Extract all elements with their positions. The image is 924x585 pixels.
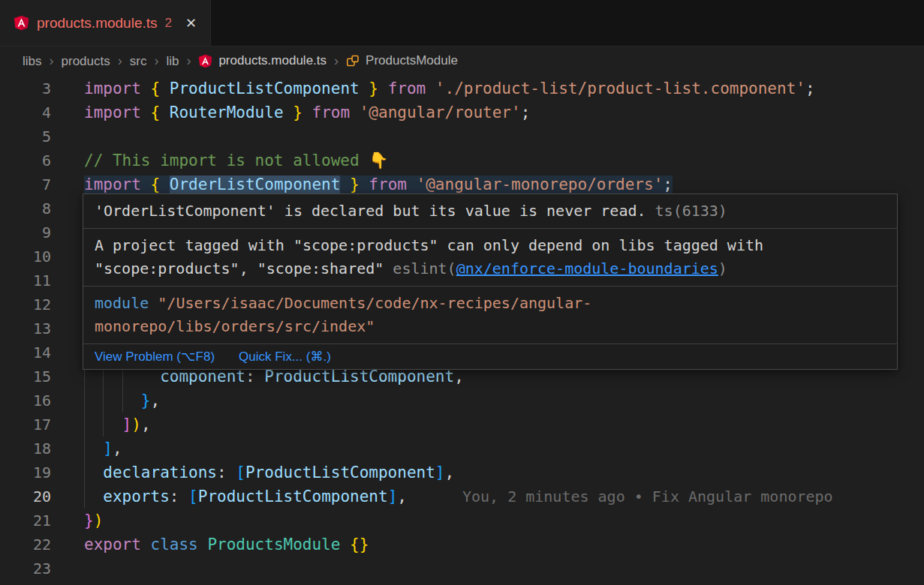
breadcrumb-item-src[interactable]: src xyxy=(130,54,147,68)
line-number: 15 xyxy=(0,364,51,388)
hover-section-2: A project tagged with "scope:products" c… xyxy=(83,228,897,286)
code-line-20[interactable]: 20 exports: [ProductListComponent],You, … xyxy=(0,484,924,508)
code-token: } xyxy=(340,176,359,194)
breadcrumb-file[interactable]: products.module.ts xyxy=(198,53,327,68)
code-token: : xyxy=(217,464,236,482)
code-token: , xyxy=(113,440,122,458)
indent-guide xyxy=(103,388,104,412)
code-line-content[interactable]: declarations: [ProductListComponent], xyxy=(84,460,924,484)
code-token: , xyxy=(151,392,161,410)
code-token: exports xyxy=(103,488,170,506)
inline-blame: You, 2 minutes ago • Fix Angular monorep… xyxy=(462,488,833,506)
code-line-content[interactable]: exports: [ProductListComponent],You, 2 m… xyxy=(84,484,924,508)
line-number: 22 xyxy=(0,532,51,556)
indent-guide xyxy=(103,412,104,436)
code-token: class xyxy=(151,536,208,554)
code-token: ] xyxy=(435,464,445,482)
tab-close-icon[interactable]: ✕ xyxy=(185,15,197,32)
code-token: } xyxy=(141,392,151,410)
tab-bar: products.module.ts 2 ✕ xyxy=(0,0,924,46)
code-token: export xyxy=(84,536,151,554)
code-token: ProductsModule xyxy=(207,536,340,554)
view-problem-action[interactable]: View Problem (⌥F8) xyxy=(95,349,215,364)
indent-guide xyxy=(84,484,85,508)
code-token: : xyxy=(245,368,264,386)
indent-guide xyxy=(84,436,85,460)
line-number: 11 xyxy=(0,268,51,292)
angular-icon xyxy=(198,54,212,68)
quick-fix-action[interactable]: Quick Fix... (⌘.) xyxy=(239,349,331,364)
code-line-content[interactable]: ]), xyxy=(84,412,924,436)
line-number: 18 xyxy=(0,436,51,460)
tab-problem-count: 2 xyxy=(165,16,172,31)
code-line-content[interactable] xyxy=(84,556,924,580)
code-token: , xyxy=(445,464,455,482)
code-line-4[interactable]: 4import { RouterModule } from '@angular/… xyxy=(0,100,924,124)
code-token: ProductListComponent xyxy=(245,464,435,482)
indent-guide xyxy=(84,460,85,484)
line-number: 14 xyxy=(0,340,51,364)
code-line-content[interactable]: ], xyxy=(84,436,924,460)
code-line-content[interactable]: }) xyxy=(84,508,924,532)
line-number: 20 xyxy=(0,484,51,508)
code-token: ] xyxy=(388,488,398,506)
editor[interactable]: 3import { ProductListComponent } from '.… xyxy=(0,75,924,585)
hover-text: "scope:products", "scope:shared" xyxy=(95,260,393,278)
tab-products-module[interactable]: products.module.ts 2 ✕ xyxy=(0,0,211,46)
hover-row: module "/Users/isaac/Documents/code/nx-r… xyxy=(95,292,886,315)
line-number: 3 xyxy=(0,76,51,100)
eslint-rule-link[interactable]: @nx/enforce-module-boundaries xyxy=(456,260,718,278)
code-line-21[interactable]: 21}) xyxy=(0,508,924,532)
code-line-content[interactable]: import { ProductListComponent } from './… xyxy=(84,76,924,100)
code-line-3[interactable]: 3import { ProductListComponent } from '.… xyxy=(0,76,924,100)
breadcrumb-separator: › xyxy=(154,53,158,68)
code-token: , xyxy=(141,416,151,434)
code-token: // This import is not allowed xyxy=(84,152,369,170)
hover-section-1: 'OrderListComponent' is declared but its… xyxy=(83,194,897,228)
code-token: '@angular-monorepo/orders' xyxy=(417,176,664,194)
hover-section-3: module "/Users/isaac/Documents/code/nx-r… xyxy=(83,286,897,344)
code-line-content[interactable]: }, xyxy=(84,388,924,412)
breadcrumb-item-libs[interactable]: libs xyxy=(23,54,42,68)
code-line-content[interactable]: export class ProductsModule {} xyxy=(84,532,924,556)
code-token: './product-list/product-list.component' xyxy=(435,80,805,98)
code-token xyxy=(84,464,103,482)
code-token: ProductListComponent xyxy=(264,368,454,386)
code-token: ] xyxy=(103,440,113,458)
code-line-18[interactable]: 18 ], xyxy=(0,436,924,460)
code-token: , xyxy=(397,488,407,506)
breadcrumb: libs›products›src›lib› products.module.t… xyxy=(0,46,924,75)
breadcrumb-separator: › xyxy=(186,53,191,68)
code-line-22[interactable]: 22export class ProductsModule {} xyxy=(0,532,924,556)
code-line-19[interactable]: 19 declarations: [ProductListComponent], xyxy=(0,460,924,484)
breadcrumb-symbol[interactable]: ProductsModule xyxy=(346,53,458,68)
code-line-content[interactable] xyxy=(84,124,924,148)
code-line-16[interactable]: 16 }, xyxy=(0,388,924,412)
breadcrumb-separator: › xyxy=(118,53,122,68)
code-token: OrderListComponent xyxy=(170,176,341,194)
line-number: 21 xyxy=(0,508,51,532)
code-token: ; xyxy=(805,80,815,98)
code-token xyxy=(378,80,388,98)
line-number: 5 xyxy=(0,124,51,148)
code-token: {} xyxy=(350,536,369,554)
breadcrumb-item-products[interactable]: products xyxy=(62,54,110,68)
code-line-content[interactable]: // This import is not allowed 👇 xyxy=(84,148,924,172)
code-token: 👇 xyxy=(369,152,388,170)
hover-text: ts(6133) xyxy=(646,202,727,220)
hover-row: monorepo/libs/orders/src/index" xyxy=(95,315,886,338)
angular-icon xyxy=(14,15,29,31)
code-token xyxy=(302,104,312,122)
code-token: '@angular/router' xyxy=(360,104,521,122)
code-line-content[interactable]: import { RouterModule } from '@angular/r… xyxy=(84,100,924,124)
breadcrumb-item-lib[interactable]: lib xyxy=(166,54,179,68)
code-token: ) xyxy=(94,512,104,530)
code-line-17[interactable]: 17 ]), xyxy=(0,412,924,436)
code-token xyxy=(360,176,369,194)
code-line-6[interactable]: 6// This import is not allowed 👇 xyxy=(0,148,924,172)
code-line-5[interactable]: 5 xyxy=(0,124,924,148)
class-symbol-icon xyxy=(346,54,360,68)
hover-text: 'OrderListComponent' is declared but its… xyxy=(95,202,646,220)
hover-action-bar: View Problem (⌥F8)Quick Fix... (⌘.) xyxy=(83,344,897,369)
code-line-23[interactable]: 23 xyxy=(0,556,924,580)
